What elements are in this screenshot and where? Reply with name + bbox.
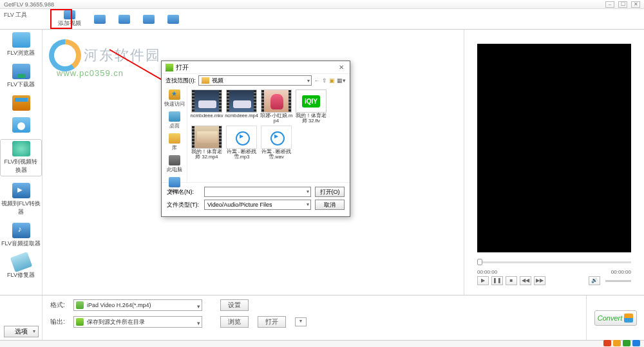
toolbar-button-5[interactable] [161, 9, 185, 29]
nav-view-icon[interactable]: ▦▾ [337, 77, 346, 84]
preview-pane: 00:00:00 00:00:00 ▶ ❚❚ ■ ◀◀ ▶▶ 🔊 [464, 30, 644, 295]
tray-icon-1[interactable] [603, 340, 611, 346]
lookin-select[interactable]: 视频▾ [198, 75, 312, 86]
video-preview[interactable] [477, 44, 631, 252]
toolbar-icon-2 [94, 15, 106, 24]
add-video-button[interactable]: 添加视频 [52, 9, 88, 29]
watermark-url: www.pc0359.cn [57, 68, 124, 78]
prev-button[interactable]: ◀◀ [520, 276, 531, 285]
output-select[interactable]: 保存到源文件所在目录▾ [73, 316, 202, 328]
toolbar-button-2[interactable] [88, 9, 112, 29]
file-item[interactable]: ncmbdeee.mkv [190, 89, 223, 124]
file-item[interactable]: 琅琊·小红娘.mp4 [260, 89, 293, 124]
browser-icon [12, 32, 30, 48]
toolbar-section-label: FLV 工具 [4, 11, 27, 19]
flv-to-video-icon [12, 141, 30, 156]
play-button[interactable]: ▶ [477, 276, 489, 285]
convert-button[interactable]: Convert [594, 310, 637, 326]
place-thispc[interactable]: 此电脑 [167, 155, 182, 173]
audio-extract-icon [12, 223, 30, 238]
filetype-label: 文件类型(T): [167, 201, 200, 209]
file-item[interactable]: 我的！体育老师 32.mp4 [190, 126, 223, 160]
file-item[interactable]: 许嵩 - 断桥残雪.wav [260, 126, 293, 160]
watermark-logo-area: 河东软件园 [49, 39, 161, 71]
stop-button[interactable]: ■ [506, 276, 517, 285]
time-total: 00:00:00 [611, 269, 631, 275]
sidebar-item-audio-extract[interactable]: FLV音频提取器 [1, 223, 41, 248]
file-item[interactable]: 我的！体育老师 32.flv [294, 89, 328, 124]
filename-input[interactable]: ▾ [204, 187, 311, 197]
place-libraries[interactable]: 库 [169, 133, 180, 151]
thispc-icon [169, 155, 180, 165]
toolbar-button-4[interactable] [137, 9, 161, 29]
file-item[interactable]: 许嵩 - 断桥残雪.mp3 [225, 126, 258, 160]
nav-up-icon[interactable]: ⇧ [322, 77, 327, 84]
dialog-cancel-button[interactable]: 取消 [315, 200, 345, 210]
browse-button[interactable]: 浏览 [220, 316, 249, 328]
toolbar-button-3[interactable] [112, 9, 137, 29]
filetype-select[interactable]: Video/Audio/Picture Files▾ [204, 200, 311, 210]
toolbar-icon-5 [167, 15, 179, 24]
iqiyi-icon [296, 89, 327, 113]
video-thumb-icon [191, 89, 222, 113]
settings-button[interactable]: 设置 [220, 299, 249, 311]
volume-icon[interactable]: 🔊 [589, 276, 600, 285]
dialog-close-icon[interactable]: ✕ [337, 64, 346, 71]
format-label: 格式: [50, 301, 68, 310]
add-video-icon [64, 10, 75, 19]
bottom-panel: 选项 格式: iPad Video H.264(*.mp4)▾ 设置 输出: 保… [0, 295, 644, 340]
sidebar-item-4[interactable] [12, 117, 30, 133]
video-thumb-icon [261, 89, 292, 113]
toolbar-icon-3 [118, 15, 130, 24]
close-icon[interactable]: ✕ [631, 1, 640, 8]
sidebar-item-3[interactable] [12, 95, 30, 111]
sidebar-item-flv-to-video[interactable]: FLV到视频转换器 [0, 139, 42, 176]
volume-slider[interactable] [605, 280, 631, 282]
seek-slider[interactable] [477, 258, 631, 267]
sidebar-item-downloader[interactable]: FLV下载器 [7, 64, 35, 89]
toolbar-icon-4 [143, 15, 155, 24]
maximize-icon[interactable]: ☐ [618, 1, 627, 8]
network-icon [169, 177, 180, 187]
tray-icon-2[interactable] [613, 340, 621, 346]
place-desktop[interactable]: 桌面 [169, 111, 180, 129]
format-select[interactable]: iPad Video H.264(*.mp4)▾ [73, 299, 202, 311]
filename-label: 文件名(N): [167, 188, 200, 196]
repair-icon [10, 252, 32, 272]
sidebar-item-video-to-flv[interactable]: 视频到FLV转换器 [0, 183, 42, 216]
sidebar-item-repair[interactable]: FLV修复器 [7, 254, 35, 279]
output-dropdown-icon[interactable]: ▾ [295, 317, 307, 326]
status-bar [0, 340, 644, 347]
audio-thumb-icon [261, 126, 292, 149]
downloader-icon [12, 64, 30, 79]
playback-controls: ▶ ❚❚ ■ ◀◀ ▶▶ 🔊 [477, 276, 631, 285]
libraries-icon [169, 133, 180, 144]
tray-icon-3[interactable] [623, 340, 630, 346]
file-item[interactable]: ncmbdeee.mp4 [225, 89, 258, 124]
pause-button[interactable]: ❚❚ [491, 276, 503, 285]
next-button[interactable]: ▶▶ [534, 276, 545, 285]
tray-icon-4[interactable] [632, 340, 640, 346]
nav-back-icon[interactable]: ← [314, 77, 320, 84]
quickaccess-icon [169, 89, 180, 100]
dialog-open-button[interactable]: 打开(O) [315, 187, 345, 197]
window-titlebar: GetFLV 9.3655.988 – ☐ ✕ [0, 0, 644, 9]
time-current: 00:00:00 [477, 269, 497, 275]
audio-thumb-icon [226, 126, 257, 149]
desktop-icon [169, 111, 180, 122]
video-thumb-icon [191, 126, 222, 149]
dialog-title-icon [166, 64, 173, 71]
sidebar-icon-4 [12, 117, 30, 133]
sidebar: FLV浏览器 FLV下载器 FLV到视频转换器 视频到FLV转换器 FLV音频提… [0, 30, 43, 295]
sidebar-icon-3 [12, 95, 30, 111]
file-list[interactable]: ncmbdeee.mkv ncmbdeee.mp4 琅琊·小红娘.mp4 我的！… [187, 87, 350, 182]
place-quickaccess[interactable]: 快速访问 [164, 89, 185, 108]
watermark-logo-icon [49, 39, 81, 71]
main-toolbar: 添加视频 [0, 9, 644, 30]
open-button[interactable]: 打开 [258, 316, 286, 328]
minimize-icon[interactable]: – [605, 1, 614, 8]
dialog-titlebar: 打开 ✕ [162, 61, 350, 74]
options-button[interactable]: 选项 [4, 326, 39, 337]
sidebar-item-browser[interactable]: FLV浏览器 [7, 32, 35, 57]
nav-newfolder-icon[interactable]: ▣ [329, 77, 335, 84]
